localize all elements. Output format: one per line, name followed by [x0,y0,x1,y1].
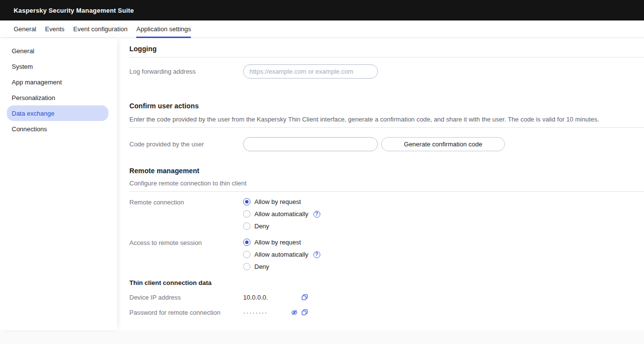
log-forwarding-input[interactable] [243,64,378,79]
radio-icon [243,198,250,205]
sidebar-item-app-management[interactable]: App management [7,74,108,90]
radio-icon [243,251,250,258]
device-ip-row: Device IP address 10.0.0.0. [129,293,644,302]
tab-label: Events [45,25,64,33]
radio-option-allow-automatically[interactable]: Allow automatically ? [243,210,320,218]
eye-off-icon[interactable] [291,309,298,316]
tab-label: Application settings [136,25,191,33]
password-row: Password for remote connection ········ [129,308,644,317]
radio-icon [243,263,250,270]
tab-general[interactable]: General [14,20,36,38]
radio-option-deny[interactable]: Deny [243,263,320,270]
radio-icon [243,223,250,230]
radio-option-label: Allow by request [254,239,301,246]
radio-option-label: Allow automatically [254,210,309,218]
remote-management-title: Remote management [129,167,644,175]
log-forwarding-row: Log forwarding address [129,64,644,79]
app-header: Kaspersky Security Management Suite [0,0,644,20]
tab-label: General [14,25,36,33]
sidebar-item-data-exchange[interactable]: Data exchange [7,105,108,121]
help-icon[interactable]: ? [313,251,320,258]
radio-option-label: Deny [254,263,269,270]
generate-confirmation-code-button[interactable]: Generate confirmation code [381,137,505,151]
radio-option-allow-automatically[interactable]: Allow automatically ? [243,251,320,258]
settings-sidebar: General System App management Personaliz… [0,38,117,330]
thin-client-data-title: Thin client connection data [129,279,644,286]
sidebar-item-general[interactable]: General [7,43,108,59]
password-masked-value: ········ [243,309,291,316]
remote-connection-options: Allow by request Allow automatically ? D… [243,198,320,230]
main-layout: General System App management Personaliz… [0,38,644,330]
log-forwarding-label: Log forwarding address [129,68,243,75]
remote-connection-label: Remote connection [129,198,243,206]
section-logging: Logging Log forwarding address [129,45,644,79]
divider [129,191,644,192]
section-confirm-user-actions: Confirm user actions Enter the code prov… [129,102,644,151]
sidebar-item-personalization[interactable]: Personalization [7,90,108,105]
radio-icon [243,239,250,246]
code-row: Code provided by the user Generate confi… [129,137,644,151]
password-label: Password for remote connection [129,309,243,316]
radio-option-allow-by-request[interactable]: Allow by request [243,198,320,205]
tab-event-configuration[interactable]: Event configuration [73,20,127,38]
sidebar-item-connections[interactable]: Connections [7,121,108,137]
settings-content: Logging Log forwarding address Confirm u… [117,38,644,330]
divider [129,57,644,58]
copy-icon[interactable] [301,294,308,301]
remote-session-options: Allow by request Allow automatically ? D… [243,239,320,270]
help-icon[interactable]: ? [313,211,320,218]
icon-spacer [291,294,298,301]
logging-title: Logging [129,45,644,53]
radio-icon [243,210,250,218]
tab-label: Event configuration [73,25,127,33]
app-title: Kaspersky Security Management Suite [14,7,134,14]
radio-option-allow-by-request[interactable]: Allow by request [243,239,320,246]
sidebar-item-system[interactable]: System [7,59,108,74]
device-ip-value: 10.0.0.0. [243,294,291,301]
code-input[interactable] [243,137,378,151]
confirm-actions-title: Confirm user actions [129,102,644,110]
section-remote-management: Remote management Configure remote conne… [129,167,644,317]
radio-option-label: Allow automatically [254,251,309,258]
tab-bar: General Events Event configuration Appli… [0,20,644,38]
code-label: Code provided by the user [129,141,243,148]
copy-icon[interactable] [301,309,308,316]
remote-management-subtitle: Configure remote connection to thin clie… [129,180,644,187]
remote-session-label: Access to remote session [129,239,243,246]
divider [129,127,644,128]
radio-option-label: Deny [254,223,269,230]
confirm-actions-description: Enter the code provided by the user from… [129,116,644,123]
device-ip-label: Device IP address [129,294,243,301]
tab-application-settings[interactable]: Application settings [136,20,191,38]
remote-connection-group: Remote connection Allow by request Allow… [129,198,644,230]
tab-events[interactable]: Events [45,20,64,38]
radio-option-deny[interactable]: Deny [243,223,320,230]
radio-option-label: Allow by request [254,198,301,205]
remote-session-group: Access to remote session Allow by reques… [129,239,644,270]
